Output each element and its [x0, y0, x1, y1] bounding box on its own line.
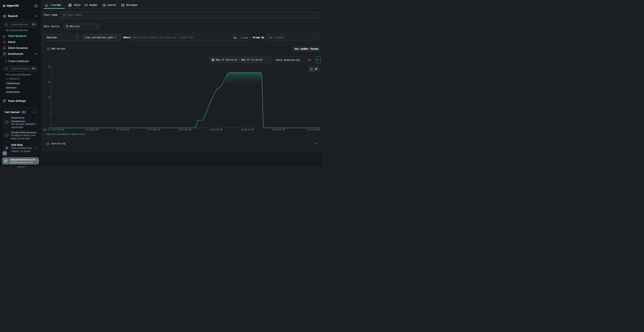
svg-text:11:05:00 AM: 11:05:00 AM	[272, 128, 284, 131]
svg-text:10:23:00 AM: 10:23:00 AM	[85, 128, 98, 131]
svg-text:28: 28	[48, 66, 50, 68]
svg-text:7: 7	[49, 112, 50, 114]
svg-text:14: 14	[48, 96, 50, 99]
svg-text:11:14:00 AM: 11:14:00 AM	[307, 128, 320, 131]
svg-text:10:58:00 AM: 10:58:00 AM	[241, 128, 254, 131]
svg-text:10:44:00 AM: 10:44:00 AM	[178, 128, 191, 131]
svg-text:21: 21	[48, 81, 50, 83]
svg-text:10:51:00 AM: 10:51:00 AM	[210, 128, 222, 131]
svg-text:10:37:00 AM: 10:37:00 AM	[148, 128, 160, 131]
svg-text:May 27 10:14:00 AM: May 27 10:14:00 AM	[43, 128, 64, 131]
svg-text:10:30:00 AM: 10:30:00 AM	[116, 128, 129, 131]
